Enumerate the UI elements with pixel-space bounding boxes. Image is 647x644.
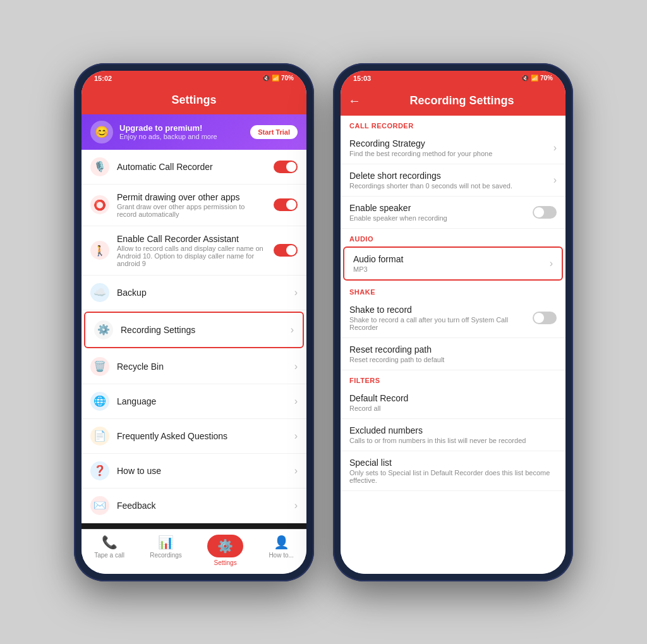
faq-chevron: ›	[294, 430, 298, 442]
reset-recording-path-item[interactable]: Reset recording path Reset recording pat…	[341, 338, 565, 370]
default-record-title: Default Record	[349, 393, 557, 403]
permit-drawing-label: Permit drawing over other apps	[117, 192, 266, 202]
recording-settings-chevron: ›	[291, 324, 294, 336]
premium-text: Upgrade to premium! Enjoy no ads, backup…	[119, 123, 244, 140]
excluded-numbers-title: Excluded numbers	[349, 425, 557, 435]
language-label: Language	[117, 396, 287, 406]
premium-subtitle: Enjoy no ads, backup and more	[119, 133, 244, 140]
enable-speaker-toggle[interactable]	[533, 206, 557, 219]
enable-assistant-label: Enable Call Recorder Assistant	[117, 234, 266, 244]
circle-icon: ⭕	[90, 195, 109, 214]
menu-item-recycle-bin[interactable]: 🗑️ Recycle Bin ›	[82, 349, 306, 384]
menu-item-language[interactable]: 🌐 Language ›	[82, 384, 306, 419]
nav-how-to[interactable]: 👤 How to...	[269, 535, 293, 566]
delete-short-sub: Recordings shorter than 0 seconds will n…	[349, 182, 553, 190]
special-list-title: Special list	[349, 458, 557, 468]
feedback-chevron: ›	[294, 500, 298, 511]
delete-short-chevron: ›	[553, 174, 557, 186]
enable-assistant-toggle[interactable]	[274, 244, 298, 257]
question-icon: ❓	[90, 461, 109, 480]
recording-strategy-title: Recording Strategy	[349, 138, 553, 149]
recording-strategy-chevron: ›	[553, 142, 557, 154]
enable-speaker-sub: Enable speaker when recording	[349, 214, 533, 222]
shake-to-record-toggle[interactable]	[533, 312, 557, 324]
feedback-label: Feedback	[117, 501, 287, 511]
permit-drawing-toggle[interactable]	[274, 198, 298, 211]
left-app-header: Settings	[82, 86, 306, 114]
premium-banner[interactable]: 😊 Upgrade to premium! Enjoy no ads, back…	[82, 114, 306, 150]
left-phone-content[interactable]: 😊 Upgrade to premium! Enjoy no ads, back…	[82, 114, 306, 529]
automatic-call-recorder-toggle[interactable]	[274, 161, 298, 173]
call-recorder-section-label: CALL RECORDER	[341, 116, 565, 132]
shake-to-record-item[interactable]: Shake to record Shake to record a call a…	[341, 298, 565, 338]
globe-icon: 🌐	[90, 392, 109, 411]
menu-item-how-to-use[interactable]: ❓ How to use ›	[82, 454, 306, 489]
menu-item-recording-settings[interactable]: ⚙️ Recording Settings ›	[84, 312, 304, 348]
right-time: 15:03	[353, 75, 371, 82]
special-list-item[interactable]: Special list Only sets to Special list i…	[341, 451, 565, 491]
left-status-bar: 15:02 🔇 📶 70%	[82, 71, 306, 86]
shake-to-record-sub: Shake to record a call after you turn of…	[349, 316, 533, 331]
back-button[interactable]: ←	[348, 94, 361, 108]
nav-settings[interactable]: ⚙️ Settings	[207, 535, 243, 566]
left-status-icons: 🔇 📶 70%	[262, 75, 294, 82]
audio-format-title: Audio format	[353, 254, 550, 264]
right-app-header: ← Recording Settings	[341, 86, 565, 116]
menu-item-faq[interactable]: 📄 Frequently Asked Questions ›	[82, 419, 306, 454]
automatic-call-recorder-label: Automatic Call Recorder	[117, 162, 266, 172]
shake-section-label: SHAKE	[341, 282, 565, 298]
recording-strategy-item[interactable]: Recording Strategy Find the best recordi…	[341, 132, 565, 164]
backup-label: Backup	[117, 288, 287, 298]
person-icon: 🚶	[90, 241, 109, 260]
recycle-bin-label: Recycle Bin	[117, 361, 287, 372]
nav-recordings[interactable]: 📊 Recordings	[150, 535, 182, 566]
how-to-use-label: How to use	[117, 466, 287, 476]
start-trial-button[interactable]: Start Trial	[250, 125, 298, 139]
filters-section-label: FILTERS	[341, 370, 565, 387]
right-status-bar: 15:03 🔇 📶 70%	[341, 71, 565, 86]
how-to-use-chevron: ›	[294, 465, 298, 477]
faq-icon: 📄	[90, 427, 109, 446]
bottom-navigation: 📞 Tape a call 📊 Recordings ⚙️ Settings 👤…	[82, 529, 306, 574]
menu-item-backup[interactable]: ☁️ Backup ›	[82, 276, 306, 310]
menu-item-enable-assistant[interactable]: 🚶 Enable Call Recorder Assistant Allow t…	[82, 226, 306, 276]
right-phone-content[interactable]: CALL RECORDER Recording Strategy Find th…	[341, 116, 565, 574]
delete-short-recordings-item[interactable]: Delete short recordings Recordings short…	[341, 164, 565, 197]
audio-section-label: AUDIO	[341, 229, 565, 245]
excluded-numbers-sub: Calls to or from numbers in this list wi…	[349, 437, 557, 444]
enable-speaker-title: Enable speaker	[349, 203, 533, 213]
menu-item-permit-drawing[interactable]: ⭕ Permit drawing over other apps Grant d…	[82, 185, 306, 226]
nav-tape-a-call[interactable]: 📞 Tape a call	[94, 535, 124, 566]
delete-short-title: Delete short recordings	[349, 171, 553, 181]
menu-item-feedback[interactable]: ✉️ Feedback ›	[82, 489, 306, 523]
recycle-bin-chevron: ›	[294, 361, 298, 372]
special-list-sub: Only sets to Special list in Default Rec…	[349, 469, 557, 484]
enable-speaker-item[interactable]: Enable speaker Enable speaker when recor…	[341, 197, 565, 229]
audio-format-sub: MP3	[353, 265, 550, 273]
shake-to-record-title: Shake to record	[349, 305, 533, 315]
gear-icon: ⚙️	[94, 320, 113, 339]
ad-banner: FxPro Is volatility here to stay? 84.67%…	[82, 523, 306, 529]
excluded-numbers-item[interactable]: Excluded numbers Calls to or from number…	[341, 419, 565, 451]
language-chevron: ›	[294, 396, 298, 407]
audio-format-item[interactable]: Audio format MP3 ›	[343, 246, 563, 281]
default-record-item[interactable]: Default Record Record all	[341, 387, 565, 419]
faq-label: Frequently Asked Questions	[117, 431, 287, 441]
trash-icon: 🗑️	[90, 357, 109, 376]
left-phone: 15:02 🔇 📶 70% Settings 😊	[74, 63, 314, 581]
how-to-icon: 👤	[274, 535, 289, 550]
premium-title: Upgrade to premium!	[119, 123, 244, 133]
right-phone: 15:03 🔇 📶 70% ← Recording Settings CALL …	[333, 63, 573, 581]
recording-settings-label: Recording Settings	[121, 325, 283, 335]
right-status-icons: 🔇 📶 70%	[521, 75, 553, 82]
settings-nav-bg: ⚙️	[207, 535, 243, 557]
audio-format-chevron: ›	[550, 258, 553, 269]
phone-icon: 📞	[102, 535, 118, 550]
permit-drawing-sub: Grant draw over other apps permission to…	[117, 203, 266, 218]
recording-strategy-sub: Find the best recording method for your …	[349, 150, 553, 157]
settings-nav-icon: ⚙️	[217, 539, 233, 553]
menu-item-automatic-call-recorder[interactable]: 🎙️ Automatic Call Recorder	[82, 150, 306, 185]
left-header-title: Settings	[171, 94, 216, 106]
right-header-title: Recording Settings	[366, 94, 558, 107]
microphone-icon: 🎙️	[90, 157, 109, 176]
